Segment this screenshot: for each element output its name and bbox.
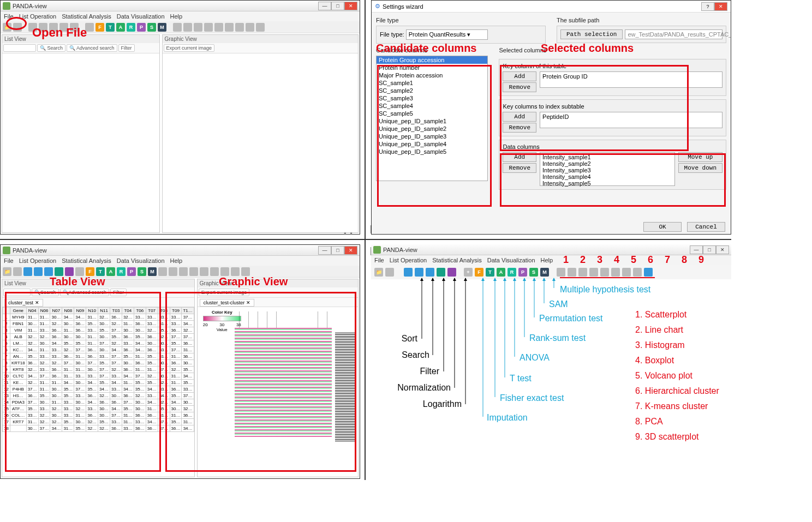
volcano-icon[interactable] (600, 268, 609, 277)
fisher-icon[interactable]: F (86, 267, 94, 276)
box-icon[interactable] (589, 268, 598, 277)
menu-statistical-analysis[interactable]: Statistical Analysis (432, 257, 481, 263)
close-button[interactable]: ✕ (344, 2, 357, 10)
minimize-button[interactable]: — (318, 2, 331, 10)
multitest-icon[interactable]: M (148, 267, 157, 276)
menu-file[interactable]: File (4, 257, 14, 264)
hist-icon[interactable] (194, 23, 202, 32)
list-input[interactable] (3, 44, 36, 52)
ttest-icon[interactable]: T (106, 23, 115, 32)
menu-data-visualization[interactable]: Data Visualization (487, 257, 535, 263)
maximize-button[interactable]: □ (331, 2, 344, 10)
ttest-icon[interactable]: T (96, 267, 105, 276)
hist-icon[interactable] (578, 268, 587, 277)
maximize-button[interactable]: □ (703, 245, 716, 254)
minimize-button[interactable]: — (690, 245, 703, 254)
anova-icon[interactable]: A (116, 23, 125, 32)
maximize-button[interactable]: □ (331, 246, 344, 255)
fisher-icon[interactable]: F (475, 268, 483, 277)
box-icon[interactable] (189, 267, 198, 276)
sam-icon[interactable]: S (529, 268, 538, 277)
line-icon[interactable] (183, 23, 192, 32)
path-value[interactable]: ew_TestData/PANDA_results_CPTAC_TestData (625, 29, 723, 39)
log-icon[interactable] (447, 268, 456, 277)
titlebar-c[interactable]: PANDA-view — □ ✕ (1, 245, 360, 256)
anova-icon[interactable]: A (497, 268, 505, 277)
open-file-icon[interactable]: 📁 (3, 267, 11, 276)
scatter3d-icon[interactable] (644, 268, 653, 277)
multitest-icon[interactable]: M (158, 23, 166, 32)
save-icon[interactable] (385, 268, 394, 277)
titlebar[interactable]: PANDA-view — □ ✕ (1, 1, 360, 11)
cluster-icon[interactable] (225, 23, 234, 32)
search-icon[interactable] (415, 268, 423, 277)
anova-icon[interactable]: A (106, 267, 115, 276)
scatter-icon[interactable] (173, 23, 182, 32)
wizard-close-button[interactable]: ✕ (714, 2, 727, 11)
sort-icon[interactable] (404, 268, 413, 277)
pca-icon[interactable] (633, 268, 642, 277)
multitest-icon[interactable]: M (540, 268, 549, 277)
ranksum-icon[interactable]: R (127, 23, 135, 32)
menu-statistical-analysis[interactable]: Statistical Analysis (62, 257, 111, 264)
pca-icon[interactable] (231, 267, 240, 276)
menu-help[interactable]: Help (170, 257, 183, 264)
imputation-icon[interactable] (75, 267, 84, 276)
menu-help[interactable]: Help (170, 13, 183, 20)
filter-icon[interactable] (426, 268, 434, 277)
close-button[interactable]: ✕ (716, 245, 729, 254)
log-icon[interactable] (65, 267, 74, 276)
sam-icon[interactable]: S (138, 267, 146, 276)
menu-statistical-analysis[interactable]: Statistical Analysis (62, 13, 111, 20)
scatter-icon[interactable] (557, 268, 565, 277)
volcano-icon[interactable] (214, 23, 223, 32)
ok-button[interactable]: OK (643, 222, 682, 232)
line-icon[interactable] (568, 268, 576, 277)
permutation-icon[interactable]: P (518, 268, 527, 277)
sort-icon[interactable] (23, 267, 32, 276)
sam-icon[interactable]: S (147, 23, 156, 32)
kmeans-icon[interactable] (622, 268, 631, 277)
scatter-icon[interactable] (158, 267, 167, 276)
line-icon[interactable] (169, 267, 177, 276)
save-icon[interactable] (13, 267, 22, 276)
pca-icon[interactable] (246, 23, 254, 32)
cluster-icon[interactable] (611, 268, 620, 277)
advanced-search-button[interactable]: 🔍 Advanced search (67, 44, 117, 52)
scatter3d-icon[interactable] (241, 267, 250, 276)
menu-list-operation[interactable]: List Operation (390, 257, 427, 263)
box-icon[interactable] (204, 23, 213, 32)
ranksum-icon[interactable]: R (117, 267, 126, 276)
search-button[interactable]: 🔍 Search (37, 44, 65, 52)
minimize-button[interactable]: — (318, 246, 331, 255)
search-icon[interactable] (34, 267, 43, 276)
ttest-icon[interactable]: T (486, 268, 494, 277)
cluster-icon[interactable] (210, 267, 219, 276)
filter-button[interactable]: Filter (118, 44, 135, 52)
imputation-icon[interactable]: + (464, 268, 473, 277)
close-button[interactable]: ✕ (344, 246, 357, 255)
kmeans-icon[interactable] (235, 23, 244, 32)
menu-list-operation[interactable]: List Operation (19, 13, 56, 20)
file-type-select[interactable]: Protein QuantResults ▾ (406, 29, 488, 40)
normalization-icon[interactable] (55, 267, 63, 276)
menu-data-visualization[interactable]: Data Visualization (117, 13, 165, 20)
fisher-icon[interactable]: F (95, 23, 104, 32)
normalization-icon[interactable] (437, 268, 445, 277)
menu-help[interactable]: Help (541, 257, 553, 263)
titlebar-d[interactable]: PANDA-view — □ ✕ (371, 244, 731, 255)
wizard-titlebar[interactable]: ⚙ Settings wizard ? ✕ (372, 1, 731, 13)
permutation-icon[interactable]: P (137, 23, 146, 32)
kmeans-icon[interactable] (220, 267, 229, 276)
menu-list-operation[interactable]: List Operation (19, 257, 56, 264)
menu-file[interactable]: File (374, 257, 384, 263)
filter-icon[interactable] (44, 267, 53, 276)
permutation-icon[interactable]: P (127, 267, 136, 276)
hist-icon[interactable] (179, 267, 188, 276)
candidate-item[interactable]: Protein Group accession (377, 56, 487, 64)
menu-data-visualization[interactable]: Data Visualization (117, 257, 165, 264)
ranksum-icon[interactable]: R (507, 268, 516, 277)
path-selection-button[interactable]: Path selection (560, 29, 623, 39)
cancel-button[interactable]: Cancel (687, 222, 725, 232)
volcano-icon[interactable] (200, 267, 208, 276)
